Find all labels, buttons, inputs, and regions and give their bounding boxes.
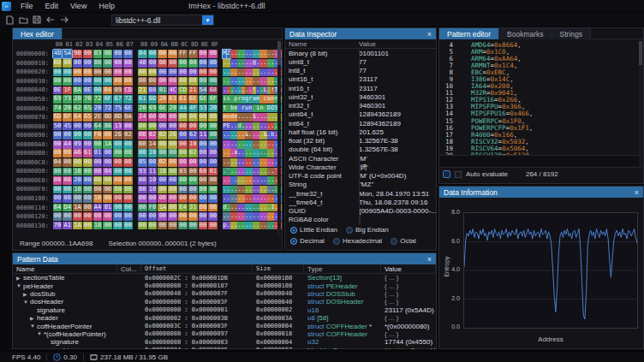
hex-byte[interactable]: 00 bbox=[208, 158, 218, 167]
inspector-row[interactable]: GUID{00905A4D-0003-0000-... bbox=[285, 207, 436, 216]
hex-byte[interactable]: 00 bbox=[168, 212, 177, 221]
hex-byte[interactable]: 00 bbox=[73, 194, 82, 203]
hex-byte[interactable]: E4 bbox=[178, 204, 188, 212]
hex-byte[interactable]: 00 bbox=[168, 122, 177, 131]
hex-byte[interactable]: 00 bbox=[113, 222, 122, 230]
hex-byte[interactable]: 6E bbox=[158, 104, 167, 113]
hex-byte[interactable]: 00 bbox=[83, 204, 92, 212]
hex-byte[interactable]: 6E bbox=[199, 95, 208, 104]
hex-byte[interactable]: 02 bbox=[158, 158, 167, 167]
hex-byte[interactable]: 11 bbox=[199, 131, 208, 139]
hex-byte[interactable]: 20 bbox=[138, 104, 147, 113]
hex-byte[interactable]: 00 bbox=[73, 77, 82, 86]
hex-byte[interactable]: 00 bbox=[123, 222, 133, 230]
hex-byte[interactable]: 00 bbox=[158, 77, 167, 86]
tab-bookmarks[interactable]: Bookmarks bbox=[499, 28, 552, 39]
pattern-row[interactable]: ▶sectionsTable0x0000002C : 0x000001DB0x0… bbox=[13, 274, 436, 282]
hex-byte[interactable]: 00 bbox=[83, 68, 92, 77]
hex-byte[interactable]: 00 bbox=[103, 194, 112, 203]
hex-byte[interactable]: 00 bbox=[138, 212, 147, 221]
hex-byte[interactable]: 01 bbox=[208, 168, 218, 176]
hex-byte[interactable]: 00 bbox=[93, 168, 103, 176]
hex-byte[interactable]: 00 bbox=[83, 194, 92, 203]
pattern-row[interactable]: signature0x00000000 : 0x000000010x000000… bbox=[13, 306, 436, 314]
hex-byte[interactable]: 00 bbox=[123, 204, 133, 212]
hex-byte[interactable]: 00 bbox=[123, 194, 133, 203]
hex-byte[interactable]: 00 bbox=[188, 212, 198, 221]
hex-byte[interactable]: 00 bbox=[168, 68, 177, 77]
hex-byte[interactable]: 4D bbox=[53, 50, 63, 58]
hex-byte[interactable]: 50 bbox=[53, 122, 63, 131]
hex-byte[interactable]: 60 bbox=[199, 168, 208, 176]
hex-byte[interactable]: 74 bbox=[53, 104, 63, 113]
hex-byte[interactable]: 6F bbox=[208, 95, 218, 104]
hex-byte[interactable]: 00 bbox=[168, 186, 177, 194]
hex-byte[interactable]: 70 bbox=[83, 95, 92, 104]
hex-byte[interactable]: 00 bbox=[148, 194, 158, 203]
radio-format-decimal[interactable]: Decimal bbox=[290, 237, 325, 245]
hex-byte[interactable]: 00 bbox=[93, 59, 103, 68]
hex-byte[interactable]: 61 bbox=[138, 95, 147, 104]
hex-byte[interactable]: 00 bbox=[199, 176, 208, 185]
hex-byte[interactable]: A4 bbox=[93, 204, 103, 212]
hex-byte[interactable]: 65 bbox=[83, 104, 92, 113]
code-line[interactable]: 9I386 = 0x14C, bbox=[439, 75, 643, 82]
chevron-down-icon[interactable]: ▼ bbox=[37, 331, 44, 336]
hex-byte[interactable]: 73 bbox=[63, 95, 72, 104]
hex-byte[interactable]: CD bbox=[123, 86, 133, 95]
hex-byte[interactable]: 65 bbox=[83, 113, 92, 122]
hex-byte[interactable]: 00 bbox=[188, 176, 198, 185]
hex-byte[interactable]: 44 bbox=[178, 104, 188, 113]
radio-format-hexadecimal[interactable]: Hexadecimal bbox=[333, 237, 382, 245]
tab-pattern-editor[interactable]: Pattern editor bbox=[439, 28, 499, 39]
hex-byte[interactable]: 00 bbox=[113, 68, 122, 77]
pattern-row[interactable]: ▶header0x00000002 : 0x0000003B0x0000003A… bbox=[13, 314, 436, 322]
hex-byte[interactable]: 75 bbox=[113, 104, 122, 113]
hex-byte[interactable]: 00 bbox=[138, 204, 147, 212]
hex-byte[interactable]: 00 bbox=[53, 176, 63, 185]
hex-byte[interactable]: 00 bbox=[158, 186, 167, 194]
inspector-row[interactable]: uint8_t77 bbox=[285, 57, 436, 66]
hex-byte[interactable]: 00 bbox=[208, 68, 218, 77]
hex-byte[interactable]: 00 bbox=[103, 212, 112, 221]
hex-byte[interactable]: 00 bbox=[178, 131, 188, 139]
hex-byte[interactable]: BA bbox=[73, 86, 82, 95]
hex-byte[interactable]: A4 bbox=[63, 140, 72, 149]
hex-byte[interactable]: 00 bbox=[208, 131, 218, 139]
hex-byte[interactable]: 00 bbox=[158, 68, 167, 77]
hex-byte[interactable]: 00 bbox=[83, 168, 92, 176]
hex-byte[interactable]: 00 bbox=[168, 222, 177, 230]
hex-byte[interactable]: 00 bbox=[199, 140, 208, 149]
chevron-down-icon[interactable]: ▼ bbox=[23, 300, 30, 305]
pattern-row[interactable]: ▼coffHeaderPointer0x0000003C : 0x0000003… bbox=[13, 322, 436, 329]
inspector-row[interactable]: Binary (8 bit)01001101 bbox=[285, 49, 436, 57]
hex-byte[interactable]: 0E bbox=[53, 86, 63, 95]
code-line[interactable]: 4AMD64 = 0x8664, bbox=[439, 41, 643, 48]
hex-byte[interactable]: 00 bbox=[188, 122, 198, 131]
hex-byte[interactable]: 00 bbox=[83, 77, 92, 86]
entropy-chart[interactable] bbox=[463, 212, 638, 329]
hex-byte[interactable]: 00 bbox=[148, 59, 158, 68]
hex-byte[interactable]: 00 bbox=[123, 158, 133, 167]
hex-byte[interactable]: 00 bbox=[123, 140, 133, 149]
hex-byte[interactable]: 00 bbox=[123, 59, 133, 68]
hex-byte[interactable]: 09 bbox=[73, 140, 82, 149]
hex-byte[interactable]: 00 bbox=[53, 212, 63, 221]
hex-byte[interactable]: 00 bbox=[63, 77, 72, 86]
hex-byte[interactable]: 21 bbox=[188, 86, 198, 95]
chevron-down-icon[interactable]: ▼ bbox=[202, 15, 213, 25]
pd-col-4[interactable]: Type bbox=[304, 264, 381, 274]
radio-endian-big-endian[interactable]: Big Endian bbox=[346, 226, 389, 234]
menu-help[interactable]: Help bbox=[92, 2, 121, 10]
hex-byte[interactable]: 00 bbox=[168, 50, 177, 58]
hex-byte[interactable]: 00 bbox=[53, 194, 63, 203]
hex-byte[interactable]: 00 bbox=[123, 186, 133, 194]
hex-byte[interactable]: 00 bbox=[199, 122, 208, 131]
hex-byte[interactable]: 0A bbox=[123, 113, 133, 122]
hex-byte[interactable]: 80 bbox=[178, 77, 188, 86]
code-line[interactable]: 19RISCV64 = 0x5064, bbox=[439, 145, 643, 151]
hex-byte[interactable]: 21 bbox=[138, 86, 147, 95]
hex-byte[interactable]: 69 bbox=[148, 104, 158, 113]
hex-byte[interactable]: 00 bbox=[148, 122, 158, 131]
hex-byte[interactable]: 00 bbox=[158, 113, 167, 122]
